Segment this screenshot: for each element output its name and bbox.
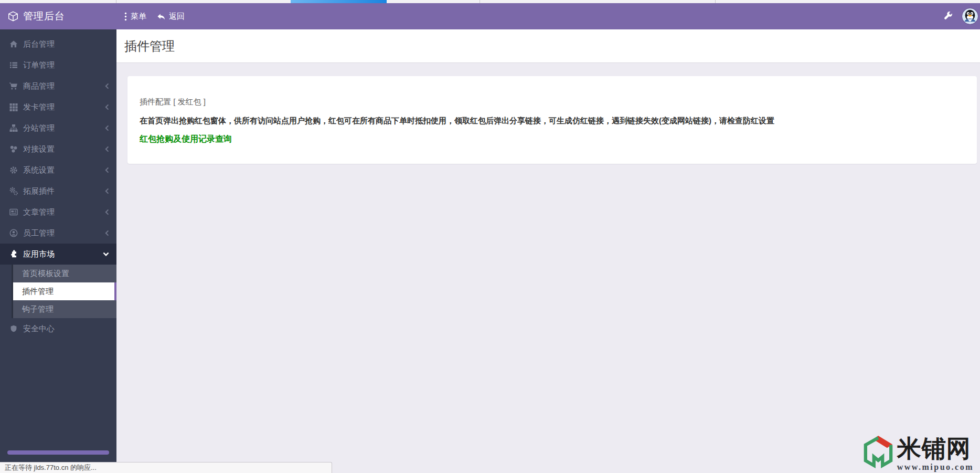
sidebar-item-dashboard[interactable]: 后台管理 xyxy=(0,34,116,55)
chevron-left-icon xyxy=(105,83,109,89)
plugin-config-card: 插件配置 [ 发红包 ] 在首页弹出抢购红包窗体，供所有访问站点用户抢购，红包可… xyxy=(127,76,977,164)
sidebar: 后台管理订单管理商品管理发卡管理分站管理对接设置系统设置拓展插件文章管理员工管理… xyxy=(0,29,116,462)
redpacket-records-link[interactable]: 红包抢购及使用记录查询 xyxy=(140,134,232,145)
content: 插件配置 [ 发红包 ] 在首页弹出抢购红包窗体，供所有访问站点用户抢购，红包可… xyxy=(116,63,980,164)
grid-icon xyxy=(9,103,18,112)
submenu-item-plugin-manage[interactable]: 插件管理 xyxy=(13,282,116,300)
brand-title: 管理后台 xyxy=(23,9,65,23)
article-icon xyxy=(9,208,18,217)
chevron-down-icon xyxy=(103,252,109,256)
sidebar-item-label: 商品管理 xyxy=(23,81,105,91)
sidebar-menu: 后台管理订单管理商品管理发卡管理分站管理对接设置系统设置拓展插件文章管理员工管理… xyxy=(0,29,116,339)
home-icon xyxy=(9,40,18,49)
tab-divider xyxy=(116,0,116,3)
tab-divider xyxy=(480,0,480,3)
cube-icon xyxy=(7,10,19,22)
browser-tab-strip xyxy=(0,0,980,3)
sidebar-item-label: 系统设置 xyxy=(23,165,105,175)
loading-progress-bar xyxy=(291,0,387,3)
sidebar-scrollbar[interactable] xyxy=(7,450,109,455)
list-icon xyxy=(9,61,18,70)
watermark-title: 米铺网 xyxy=(897,436,971,460)
chevron-left-icon xyxy=(105,209,109,215)
menu-label: 菜单 xyxy=(131,12,146,22)
page-header: 插件管理 xyxy=(116,29,980,63)
sidebar-item-label: 分站管理 xyxy=(23,123,105,133)
back-label: 返回 xyxy=(169,12,185,22)
watermark: 米铺网 www.mipuo.com xyxy=(863,434,974,472)
shield-icon xyxy=(9,324,18,333)
browser-status-bubble: 正在等待 jlds.77to.cn 的响应... xyxy=(0,462,332,473)
sidebar-item-label: 安全中心 xyxy=(23,324,109,334)
menu-button[interactable]: 菜单 xyxy=(124,12,146,22)
sidebar-item-label: 应用市场 xyxy=(23,249,103,259)
back-button[interactable]: 返回 xyxy=(157,12,185,22)
chevron-left-icon xyxy=(105,146,109,152)
sidebar-item-security[interactable]: 安全中心 xyxy=(0,318,116,339)
tab-divider xyxy=(715,0,716,3)
sidebar-item-docking[interactable]: 对接设置 xyxy=(0,139,116,160)
gears-icon xyxy=(9,187,18,196)
submenu-app-market: 首页模板设置插件管理钩子管理 xyxy=(12,265,116,318)
sidebar-item-label: 订单管理 xyxy=(23,60,109,70)
sidebar-item-goods[interactable]: 商品管理 xyxy=(0,76,116,97)
sidebar-item-label: 发卡管理 xyxy=(23,102,105,112)
plugin-description: 在首页弹出抢购红包窗体，供所有访问站点用户抢购，红包可在所有商品下单时抵扣使用，… xyxy=(140,116,965,126)
sidebar-item-system[interactable]: 系统设置 xyxy=(0,160,116,181)
sidebar-item-label: 文章管理 xyxy=(23,207,105,217)
app-header: 管理后台 菜单 返回 xyxy=(0,3,980,29)
submenu-item-hook-manage[interactable]: 钩子管理 xyxy=(13,300,116,318)
chevron-left-icon xyxy=(105,167,109,173)
submenu-item-home-template[interactable]: 首页模板设置 xyxy=(13,265,116,282)
sidebar-item-label: 对接设置 xyxy=(23,144,105,154)
cart-icon xyxy=(9,82,18,91)
ellipsis-v-icon xyxy=(124,12,127,21)
sidebar-item-extensions[interactable]: 拓展插件 xyxy=(0,181,116,202)
brand[interactable]: 管理后台 xyxy=(0,9,116,23)
page-title: 插件管理 xyxy=(124,38,175,55)
mipuo-logo-icon xyxy=(863,434,893,472)
plugin-config-label: 插件配置 [ 发红包 ] xyxy=(140,97,965,107)
chevron-left-icon xyxy=(105,125,109,131)
sidebar-item-label: 后台管理 xyxy=(23,39,109,49)
chevron-left-icon xyxy=(105,188,109,194)
sidebar-item-substation[interactable]: 分站管理 xyxy=(0,118,116,139)
sidebar-item-label: 员工管理 xyxy=(23,228,105,238)
sidebar-item-app-market[interactable]: 应用市场 xyxy=(0,244,116,265)
wrench-icon[interactable] xyxy=(944,11,953,22)
sidebar-item-staff[interactable]: 员工管理 xyxy=(0,223,116,244)
sidebar-item-orders[interactable]: 订单管理 xyxy=(0,55,116,76)
user-icon xyxy=(9,229,18,238)
main-area: 插件管理 插件配置 [ 发红包 ] 在首页弹出抢购红包窗体，供所有访问站点用户抢… xyxy=(116,29,980,473)
chevron-left-icon xyxy=(105,104,109,110)
sidebar-item-articles[interactable]: 文章管理 xyxy=(0,202,116,223)
screen: 管理后台 菜单 返回 xyxy=(0,0,980,473)
sitemap-icon xyxy=(9,124,18,133)
sidebar-item-label: 拓展插件 xyxy=(23,186,105,196)
gear-icon xyxy=(9,166,18,175)
qq-avatar[interactable] xyxy=(962,8,978,24)
puzzle-icon xyxy=(9,250,18,259)
chevron-left-icon xyxy=(105,230,109,236)
sidebar-item-card-issue[interactable]: 发卡管理 xyxy=(0,97,116,118)
nodes-icon xyxy=(9,145,18,154)
reply-arrow-icon xyxy=(157,13,165,20)
watermark-url: www.mipuo.com xyxy=(897,463,974,472)
